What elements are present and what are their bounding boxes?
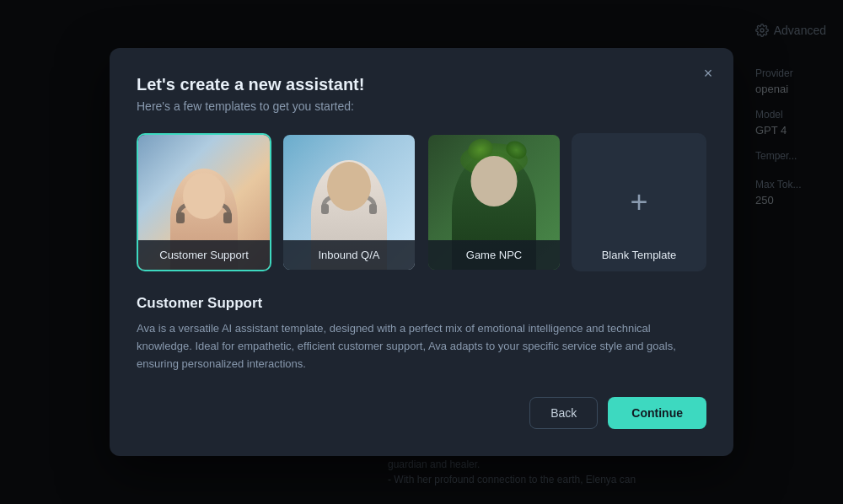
modal-overlay: × Let's create a new assistant! Here's a…: [0, 0, 843, 504]
headset-icon: [175, 198, 234, 223]
svg-rect-4: [369, 204, 377, 214]
svg-rect-1: [176, 212, 185, 223]
continue-button[interactable]: Continue: [608, 397, 706, 429]
blank-template-label: Blank Template: [573, 240, 705, 270]
svg-rect-3: [321, 204, 329, 214]
modal-subtitle: Here's a few templates to get you starte…: [137, 99, 706, 113]
template-cards-row: Customer Support Inbound Q/A: [137, 133, 706, 271]
close-button[interactable]: ×: [696, 62, 720, 85]
close-icon: ×: [704, 65, 713, 83]
description-text: Ava is a versatile AI assistant template…: [137, 320, 706, 373]
svg-rect-2: [223, 212, 232, 223]
template-description: Customer Support Ava is a versatile AI a…: [137, 295, 706, 373]
modal-actions: Back Continue: [137, 397, 706, 429]
template-card-blank[interactable]: + Blank Template: [572, 133, 706, 271]
game-npc-label: Game NPC: [428, 240, 560, 270]
template-card-customer-support[interactable]: Customer Support: [137, 133, 271, 271]
modal-title: Let's create a new assistant!: [137, 75, 706, 94]
template-card-game-npc[interactable]: Game NPC: [427, 133, 561, 271]
customer-support-label: Customer Support: [138, 240, 270, 270]
description-title: Customer Support: [137, 295, 706, 312]
back-button[interactable]: Back: [529, 397, 598, 429]
template-card-inbound-qa[interactable]: Inbound Q/A: [282, 133, 416, 271]
plus-icon: +: [630, 185, 647, 220]
headset2-icon: [319, 191, 379, 215]
create-assistant-modal: × Let's create a new assistant! Here's a…: [110, 48, 733, 455]
inbound-qa-label: Inbound Q/A: [283, 240, 415, 270]
